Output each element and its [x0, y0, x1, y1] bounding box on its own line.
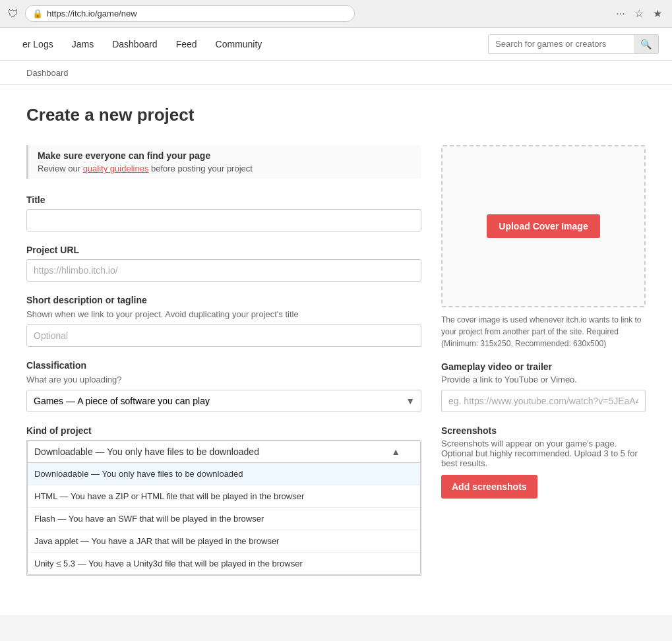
kind-selected-value: Downloadable — You only have files to be… — [34, 446, 259, 457]
breadcrumb-bar: Dashboard — [0, 61, 672, 85]
kind-option-java[interactable]: Java applet — You have a JAR that will b… — [28, 530, 420, 553]
shield-icon: 🛡 — [8, 8, 18, 20]
gameplay-video-sublabel: Provide a link to YouTube or Vimeo. — [441, 375, 646, 384]
more-icon[interactable]: ··· — [614, 7, 627, 20]
add-screenshots-button[interactable]: Add screenshots — [441, 475, 537, 499]
kind-option-unity[interactable]: Unity ≤ 5.3 — You have a Unity3d file th… — [28, 553, 420, 574]
form-left: Make sure everyone can find your page Re… — [26, 145, 421, 589]
info-box-title: Make sure everyone can find your page — [38, 150, 412, 161]
breadcrumb: Dashboard — [26, 68, 69, 78]
navbar: er Logs Jams Dashboard Feed Community 🔍 — [0, 28, 672, 61]
kind-field-group: Kind of project Downloadable — You only … — [26, 425, 421, 576]
info-text-before: Review our — [38, 164, 83, 173]
nav-item-jams[interactable]: Jams — [63, 28, 103, 61]
form-layout: Make sure everyone can find your page Re… — [26, 145, 646, 589]
kind-arrow-icon: ▲ — [391, 446, 400, 457]
title-label: Title — [26, 195, 421, 205]
search-input[interactable] — [489, 35, 634, 53]
classification-field-group: Classification What are you uploading? G… — [26, 360, 421, 412]
nav-item-feed[interactable]: Feed — [167, 28, 206, 61]
lock-icon: 🔒 — [32, 9, 43, 18]
cover-image-box[interactable]: Upload Cover Image — [441, 145, 646, 307]
gameplay-video-label: Gameplay video or trailer — [441, 361, 646, 372]
project-url-input[interactable] — [26, 259, 421, 282]
upload-cover-image-button[interactable]: Upload Cover Image — [487, 214, 599, 238]
kind-select-display[interactable]: Downloadable — You only have files to be… — [27, 441, 421, 463]
title-field-group: Title — [26, 195, 421, 231]
kind-option-flash[interactable]: Flash — You have an SWF that will be pla… — [28, 508, 420, 530]
address-bar[interactable]: 🔒 https://itch.io/game/new — [25, 5, 355, 22]
search-button[interactable]: 🔍 — [634, 35, 658, 53]
short-desc-label: Short description or tagline — [26, 295, 421, 305]
classification-select[interactable]: Games — A piece of software you can play — [26, 390, 421, 412]
project-url-field-group: Project URL — [26, 245, 421, 282]
quality-guidelines-link[interactable]: quality guidelines — [83, 164, 149, 173]
kind-label: Kind of project — [26, 425, 421, 436]
main-container: Create a new project Make sure everyone … — [0, 85, 672, 615]
gameplay-video-group: Gameplay video or trailer Provide a link… — [441, 361, 646, 412]
short-desc-sublabel: Shown when we link to your project. Avoi… — [26, 309, 421, 319]
kind-option-downloadable[interactable]: Downloadable — You only have files to be… — [28, 463, 420, 485]
nav-item-dashboard[interactable]: Dashboard — [103, 28, 167, 61]
nav-item-er-logs[interactable]: er Logs — [13, 28, 63, 61]
gameplay-video-input[interactable] — [441, 390, 646, 412]
info-box-text: Review our quality guidelines before pos… — [38, 164, 412, 173]
short-desc-field-group: Short description or tagline Shown when … — [26, 295, 421, 347]
page-title: Create a new project — [26, 105, 646, 125]
title-input[interactable] — [26, 209, 421, 231]
url-text: https://itch.io/game/new — [47, 9, 137, 18]
classification-select-wrapper: Games — A piece of software you can play… — [26, 390, 421, 412]
screenshots-section: Screenshots Screenshots will appear on y… — [441, 425, 646, 499]
cover-info-text: The cover image is used whenever itch.io… — [441, 314, 646, 350]
screenshots-title: Screenshots — [441, 425, 646, 436]
short-desc-input[interactable] — [26, 324, 421, 347]
form-right: Upload Cover Image The cover image is us… — [441, 145, 646, 589]
star-icon[interactable]: ★ — [651, 7, 664, 20]
bookmark-icon[interactable]: ☆ — [632, 7, 646, 20]
info-text-after: before posting your project — [148, 164, 253, 173]
screenshots-sublabel: Screenshots will appear on your game's p… — [441, 439, 646, 468]
kind-option-html[interactable]: HTML — You have a ZIP or HTML file that … — [28, 485, 420, 508]
project-url-label: Project URL — [26, 245, 421, 255]
kind-dropdown-options: Downloadable — You only have files to be… — [27, 463, 421, 575]
search-bar: 🔍 — [488, 34, 659, 54]
kind-select-wrapper: Downloadable — You only have files to be… — [26, 440, 421, 576]
classification-sublabel: What are you uploading? — [26, 375, 421, 384]
browser-actions: ··· ☆ ★ — [614, 7, 664, 20]
page-content: Dashboard Create a new project Make sure… — [0, 61, 672, 615]
info-box: Make sure everyone can find your page Re… — [26, 145, 421, 179]
nav-item-community[interactable]: Community — [206, 28, 272, 61]
classification-label: Classification — [26, 360, 421, 371]
browser-chrome: 🛡 🔒 https://itch.io/game/new ··· ☆ ★ — [0, 0, 672, 28]
